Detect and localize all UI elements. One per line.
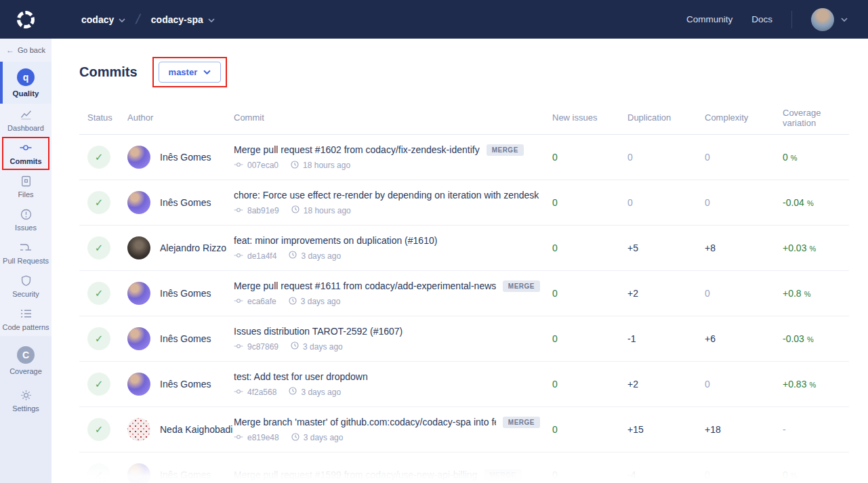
commit-message[interactable]: Merge pull request #1602 from codacy/fix…	[234, 144, 480, 155]
commit-time: 3 days ago	[301, 251, 341, 261]
user-menu[interactable]	[811, 8, 848, 31]
coverage-variation-value: 0%	[783, 469, 849, 480]
duplication-value: +5	[627, 243, 705, 253]
sidebar-item-label: Code patterns	[2, 323, 49, 331]
commit-meta: 9c87869 3 days ago	[234, 341, 540, 352]
new-issues-value: 0	[552, 424, 627, 435]
status-passed-icon: ✓	[87, 282, 110, 305]
commit-hash-icon	[234, 206, 243, 215]
coverage-icon: C	[17, 346, 35, 364]
status-passed-icon: ✓	[87, 146, 110, 169]
status-cell: ✓	[79, 191, 127, 214]
column-header-coverage-variation: Coverage variation	[783, 108, 849, 128]
sidebar-nav: DashboardCommitsFilesIssuesPull Requests…	[0, 104, 51, 336]
commit-cell[interactable]: chore: Force use effect re-render by dep…	[234, 190, 552, 215]
nav-divider	[791, 11, 792, 28]
sidebar-item-dashboard[interactable]: Dashboard	[0, 104, 51, 137]
sidebar-item-settings[interactable]: Settings	[0, 381, 51, 421]
commit-hash-icon	[234, 161, 243, 170]
author-avatar	[127, 373, 150, 396]
sidebar-item-coverage[interactable]: CCoverage	[0, 340, 51, 381]
dashboard-icon	[20, 109, 32, 121]
table-row[interactable]: ✓ Inês Gomes chore: Force use effect re-…	[79, 180, 849, 226]
table-row[interactable]: ✓ Inês Gomes Issues distribution TAROT-2…	[79, 316, 849, 362]
chevron-down-icon	[203, 70, 211, 75]
status-cell: ✓	[79, 282, 127, 305]
column-header-author: Author	[127, 112, 234, 123]
complexity-value: +18	[705, 424, 783, 435]
sidebar-item-security[interactable]: Security	[0, 270, 51, 303]
sidebar-item-files[interactable]: Files	[0, 170, 51, 203]
top-navbar: codacy / codacy-spa Community Docs	[0, 0, 868, 39]
commits-table-body: ✓ Inês Gomes Merge pull request #1602 fr…	[79, 135, 849, 483]
main-content: Commits master Status Author Commit New …	[51, 39, 868, 483]
sidebar-secondary-nav: CCoverageSettings	[0, 336, 51, 483]
coverage-variation-value: -	[783, 424, 849, 435]
commit-message[interactable]: Merge pull request #1599 from codacy/use…	[234, 469, 478, 480]
clock-icon	[289, 251, 297, 261]
commit-hash-icon	[234, 433, 243, 442]
commit-message[interactable]: Issues distribution TAROT-2592 (#1607)	[234, 326, 402, 337]
new-issues-value: 0	[552, 379, 627, 390]
table-row[interactable]: ✓ Neda Kaighobadi Merge branch 'master' …	[79, 407, 849, 453]
sidebar-item-pull-requests[interactable]: Pull Requests	[0, 236, 51, 270]
coverage-variation-value: -0.04%	[783, 197, 849, 208]
table-row[interactable]: ✓ Alejandro Rizzo feat: minor improvemen…	[79, 226, 849, 271]
community-link[interactable]: Community	[686, 14, 732, 24]
branch-selector[interactable]: master	[159, 62, 222, 83]
status-cell: ✓	[79, 327, 127, 350]
go-back-button[interactable]: ← Go back	[0, 39, 51, 62]
status-passed-icon: ✓	[87, 418, 110, 441]
sidebar-item-issues[interactable]: Issues	[0, 203, 51, 236]
commit-cell[interactable]: Merge pull request #1599 from codacy/use…	[234, 469, 552, 481]
commit-time: 3 days ago	[303, 342, 343, 352]
table-row[interactable]: ✓ Inês Gomes Merge pull request #1602 fr…	[79, 135, 849, 180]
commit-message[interactable]: Merge pull request #1611 from codacy/add…	[234, 280, 496, 291]
repo-selector[interactable]: codacy-spa	[151, 14, 215, 25]
clock-icon	[289, 297, 297, 307]
coverage-variation-value: +0.03%	[783, 243, 849, 253]
commit-cell[interactable]: Merge pull request #1611 from codacy/add…	[234, 280, 552, 307]
commit-cell[interactable]: Issues distribution TAROT-2592 (#1607) 9…	[234, 326, 552, 352]
status-passed-icon: ✓	[87, 236, 110, 259]
commit-message[interactable]: test: Add test for user dropdown	[234, 371, 368, 382]
clock-icon	[291, 433, 299, 443]
user-avatar	[811, 8, 834, 31]
status-cell: ✓	[79, 373, 127, 396]
commit-meta: 007eca0 18 hours ago	[234, 161, 540, 171]
commit-cell[interactable]: feat: minor improvements on duplication …	[234, 235, 552, 261]
table-row[interactable]: ✓ Inês Gomes Merge pull request #1611 fr…	[79, 271, 849, 316]
sidebar-item-code-patterns[interactable]: Code patterns	[0, 303, 51, 336]
commit-message[interactable]: Merge branch 'master' of github.com:coda…	[234, 417, 496, 427]
author-cell: Inês Gomes	[127, 146, 234, 169]
commit-cell[interactable]: test: Add test for user dropdown 4f2a568…	[234, 371, 552, 397]
author-name: Neda Kaighobadi	[160, 424, 232, 435]
table-row[interactable]: ✓ Inês Gomes test: Add test for user dro…	[79, 362, 849, 407]
page-title: Commits	[79, 64, 138, 80]
commit-cell[interactable]: Merge branch 'master' of github.com:coda…	[234, 417, 552, 443]
code-patterns-icon	[20, 308, 32, 320]
breadcrumb-divider: /	[135, 12, 142, 27]
status-cell: ✓	[79, 236, 127, 259]
sidebar-item-label: Issues	[15, 224, 37, 232]
table-row[interactable]: ✓ Inês Gomes Merge pull request #1599 fr…	[79, 453, 849, 483]
docs-link[interactable]: Docs	[751, 14, 772, 24]
duplication-value: +2	[627, 288, 705, 299]
commit-cell[interactable]: Merge pull request #1602 from codacy/fix…	[234, 144, 552, 171]
codacy-logo[interactable]	[0, 11, 51, 28]
chevron-down-icon	[841, 18, 848, 22]
duplication-value: +15	[627, 424, 705, 435]
sidebar-item-commits[interactable]: Commits	[2, 137, 49, 170]
commit-hash-icon	[234, 251, 243, 261]
new-issues-value: 0	[552, 333, 627, 344]
commit-meta: eca6afe 3 days ago	[234, 297, 540, 307]
author-avatar	[127, 191, 150, 214]
commit-message[interactable]: chore: Force use effect re-render by dep…	[234, 190, 540, 201]
org-selector[interactable]: codacy	[81, 14, 125, 25]
clock-icon	[291, 161, 299, 171]
commit-message[interactable]: feat: minor improvements on duplication …	[234, 235, 437, 246]
author-cell: Alejandro Rizzo	[127, 236, 234, 259]
commit-icon	[20, 142, 32, 154]
sidebar-item-quality[interactable]: q Quality	[0, 62, 51, 104]
author-avatar	[127, 146, 150, 169]
